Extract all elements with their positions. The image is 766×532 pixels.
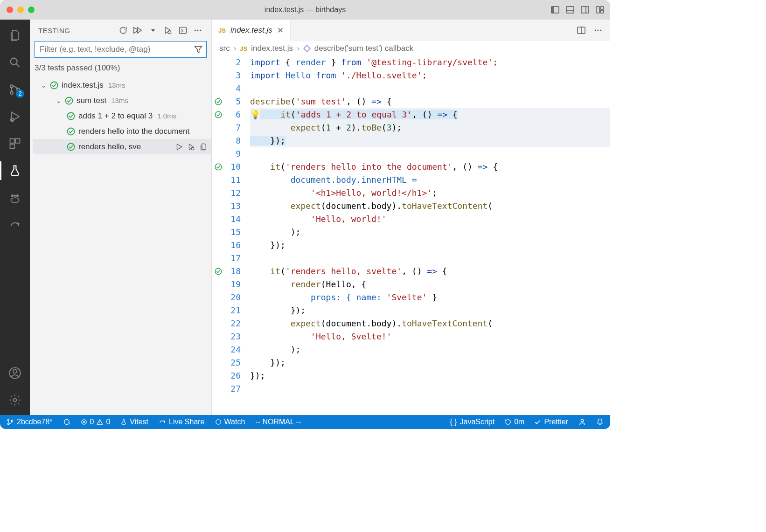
more-editor-actions-icon[interactable]	[593, 26, 603, 35]
line-numbers: 2345678910111213141516171819202122232425…	[225, 56, 245, 415]
svg-point-53	[215, 268, 222, 275]
tab-bar: JS index.test.js ✕	[212, 20, 610, 41]
problems-button[interactable]: 0 0	[81, 418, 111, 426]
svg-point-40	[68, 143, 75, 150]
chevron-down-icon[interactable]: ⌄	[56, 97, 64, 104]
svg-point-22	[11, 198, 19, 203]
chevron-right-icon: ›	[297, 44, 299, 53]
activity-bar: 2	[0, 20, 30, 415]
time-button[interactable]: 0m	[505, 418, 524, 426]
minimize-window-button[interactable]	[17, 7, 24, 13]
svg-rect-7	[600, 7, 604, 9]
svg-point-47	[598, 30, 599, 31]
run-test-icon[interactable]	[175, 143, 183, 151]
toggle-secondary-sidebar-icon[interactable]	[580, 5, 590, 14]
split-editor-icon[interactable]	[577, 26, 586, 35]
toggle-panel-icon[interactable]	[565, 5, 575, 14]
run-debug-icon[interactable]	[7, 109, 22, 124]
pass-icon[interactable]	[214, 267, 223, 276]
svg-point-46	[595, 30, 596, 31]
svg-point-61	[216, 420, 221, 425]
editor-tab[interactable]: JS index.test.js ✕	[212, 20, 291, 41]
close-window-button[interactable]	[7, 7, 13, 13]
extensions-icon[interactable]	[7, 136, 22, 151]
js-file-icon: JS	[240, 45, 247, 52]
svg-point-21	[14, 195, 16, 197]
chevron-down-icon[interactable]: ⌄	[41, 82, 49, 89]
pass-icon[interactable]	[214, 97, 223, 106]
pass-icon	[66, 127, 76, 136]
more-actions-icon[interactable]	[193, 25, 203, 35]
svg-point-55	[7, 423, 9, 424]
svg-point-39	[68, 128, 75, 135]
vim-mode: -- NORMAL --	[255, 418, 301, 426]
window-title: index.test.js — birthdays	[265, 6, 346, 14]
js-file-icon: JS	[218, 27, 226, 34]
svg-marker-41	[177, 144, 182, 150]
pass-icon[interactable]	[214, 111, 223, 119]
explorer-icon[interactable]	[7, 28, 22, 43]
language-button[interactable]: { } JavaScript	[450, 418, 494, 426]
code-editor[interactable]: 2345678910111213141516171819202122232425…	[212, 56, 610, 415]
debug-test-icon[interactable]	[187, 143, 195, 151]
scm-badge: 2	[16, 90, 24, 98]
svg-rect-17	[15, 139, 20, 143]
testing-icon[interactable]	[7, 163, 22, 178]
title-bar-actions	[550, 5, 605, 14]
tree-suite-row[interactable]: ⌄ sum test 13ms	[33, 93, 211, 108]
chevron-right-icon: ›	[234, 44, 237, 53]
tab-filename: index.test.js	[230, 26, 272, 35]
svg-point-54	[7, 419, 9, 421]
source-control-icon[interactable]: 2	[7, 82, 22, 97]
search-icon[interactable]	[7, 55, 22, 70]
git-branch-button[interactable]: 2bcdbe78*	[7, 418, 53, 426]
live-share-button[interactable]: Live Share	[159, 418, 205, 426]
run-all-tests-icon[interactable]	[133, 25, 143, 35]
code-lines[interactable]: import { render } from '@testing-library…	[245, 56, 610, 415]
tree-file-row[interactable]: ⌄ index.test.js 13ms	[33, 77, 211, 93]
traffic-lights	[7, 7, 35, 13]
copilot-icon[interactable]	[7, 190, 22, 205]
svg-marker-35	[195, 46, 202, 52]
toggle-primary-sidebar-icon[interactable]	[550, 5, 560, 14]
svg-point-12	[10, 91, 13, 94]
svg-line-10	[17, 64, 20, 67]
run-dropdown-icon[interactable]	[148, 25, 158, 35]
notifications-icon[interactable]	[596, 418, 604, 426]
svg-rect-6	[596, 7, 599, 13]
settings-gear-icon[interactable]	[7, 393, 22, 408]
svg-point-34	[200, 30, 201, 31]
accounts-icon[interactable]	[7, 366, 22, 380]
feedback-icon[interactable]	[578, 418, 586, 426]
filter-tests-input[interactable]	[35, 41, 207, 58]
go-to-test-icon[interactable]	[199, 143, 208, 151]
share-icon[interactable]	[7, 217, 22, 232]
vitest-button[interactable]: Vitest	[120, 418, 148, 426]
tree-test-row[interactable]: renders hello into the document	[33, 124, 211, 139]
sidebar-title: TESTING	[38, 27, 113, 35]
breadcrumb[interactable]: src › JS index.test.js › describe('sum t…	[212, 41, 610, 56]
svg-point-36	[51, 82, 58, 89]
customize-layout-icon[interactable]	[595, 5, 605, 14]
refresh-tests-icon[interactable]	[118, 25, 128, 35]
watch-button[interactable]: Watch	[215, 418, 245, 426]
testing-sidebar: TESTING 3/3 tests passed (100%) ⌄ index.…	[30, 20, 212, 415]
debug-tests-icon[interactable]	[163, 25, 173, 35]
svg-rect-1	[551, 7, 554, 13]
pass-icon[interactable]	[214, 163, 223, 171]
svg-point-20	[16, 194, 19, 197]
tree-test-row[interactable]: adds 1 + 2 to equal 3 1.0ms	[33, 108, 211, 124]
svg-point-38	[68, 112, 75, 119]
prettier-button[interactable]: Prettier	[535, 418, 568, 426]
sync-button[interactable]	[63, 418, 70, 426]
show-output-icon[interactable]	[178, 25, 188, 35]
svg-point-11	[10, 85, 13, 88]
pass-icon	[66, 142, 76, 152]
tree-test-row[interactable]: renders hello, sve	[33, 139, 211, 154]
close-tab-icon[interactable]: ✕	[277, 26, 284, 35]
maximize-window-button[interactable]	[28, 7, 35, 13]
svg-marker-14	[12, 112, 19, 121]
lightbulb-icon[interactable]: 💡	[250, 110, 260, 119]
filter-icon[interactable]	[194, 45, 203, 54]
svg-point-24	[13, 369, 17, 373]
